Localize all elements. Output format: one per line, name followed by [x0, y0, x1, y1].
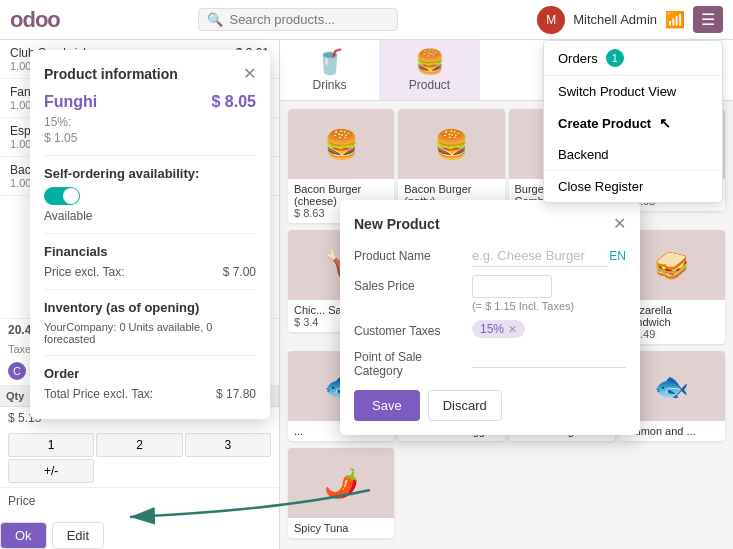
customer-taxes-row: Customer Taxes 15% ✕	[354, 320, 626, 338]
dropdown-item-orders[interactable]: Orders 1	[544, 41, 722, 75]
product-price: $ 8.05	[212, 93, 256, 111]
tab-drinks[interactable]: 🥤 Drinks	[280, 40, 380, 100]
orders-badge: 1	[606, 49, 624, 67]
modal-header: New Product ✕	[354, 214, 626, 233]
inventory-title: Inventory (as of opening)	[44, 300, 256, 315]
close-register-label: Close Register	[558, 179, 643, 194]
wifi-icon: 📶	[665, 10, 685, 29]
price-label: Price	[8, 494, 35, 508]
price-excl-label: Price excl. Tax:	[44, 265, 124, 279]
dropdown-menu: Orders 1 Switch Product View Create Prod…	[543, 40, 723, 203]
self-ordering-title: Self-ordering availability:	[44, 166, 256, 181]
tab-drinks-label: Drinks	[312, 78, 346, 92]
pos-category-label: Point of Sale Category	[354, 346, 464, 378]
panel-close-button[interactable]: ✕	[243, 64, 256, 83]
card-name: Spicy Tuna	[294, 522, 388, 534]
food-icon: 🍔	[415, 48, 445, 76]
search-input[interactable]	[229, 12, 369, 27]
order-section-title: Order	[44, 366, 256, 381]
sales-price-input[interactable]: $ 1.00	[472, 275, 552, 298]
sales-price-input-area: $ 1.00 (= $ 1.15 Incl. Taxes)	[472, 275, 626, 312]
modal-close-button[interactable]: ✕	[613, 214, 626, 233]
search-icon: 🔍	[207, 12, 223, 27]
edit-button[interactable]: Edit	[52, 522, 104, 549]
product-name-row: Product Name EN	[354, 245, 626, 267]
price-incl-tax: (= $ 1.15 Incl. Taxes)	[472, 300, 626, 312]
pos-category-input[interactable]	[472, 346, 626, 368]
order-total-row: Total Price excl. Tax: $ 17.80	[44, 387, 256, 401]
modal-title: New Product	[354, 216, 440, 232]
sales-price-row: Sales Price $ 1.00 (= $ 1.15 Incl. Taxes…	[354, 275, 626, 312]
numpad-3[interactable]: 3	[185, 433, 271, 457]
odoo-logo: odoo	[10, 7, 60, 33]
available-text: Available	[44, 209, 256, 223]
numpad-2[interactable]: 2	[96, 433, 182, 457]
product-card[interactable]: 🌶️ Spicy Tuna	[288, 448, 394, 538]
en-badge: EN	[609, 249, 626, 263]
ok-edit-buttons: Ok Edit	[0, 522, 279, 549]
search-bar[interactable]: 🔍	[198, 8, 398, 31]
new-product-modal: New Product ✕ Product Name EN Sales Pric…	[340, 200, 640, 435]
tab-food-label: Product	[409, 78, 450, 92]
divider	[44, 155, 256, 156]
pos-category-input-area[interactable]	[472, 346, 626, 368]
discard-button[interactable]: Discard	[428, 390, 502, 421]
modal-actions: Save Discard	[354, 390, 626, 421]
product-name-label: Product Name	[354, 245, 464, 263]
total-value: $ 17.80	[216, 387, 256, 401]
dropdown-item-switch-view[interactable]: Switch Product View	[544, 76, 722, 107]
ok-button[interactable]: Ok	[0, 522, 47, 549]
panel-title: Product information	[44, 66, 178, 82]
topbar-right: M Mitchell Admin 📶 ☰	[537, 6, 723, 34]
sales-price-label: Sales Price	[354, 275, 464, 293]
customer-taxes-label: Customer Taxes	[354, 320, 464, 338]
topbar: odoo 🔍 M Mitchell Admin 📶 ☰	[0, 0, 733, 40]
drinks-icon: 🥤	[315, 48, 345, 76]
numpad-area: 1 2 3 +/-	[0, 429, 279, 487]
product-name-input-area: EN	[472, 245, 626, 267]
product-card-wrap: 🌶️ Spicy Tuna	[288, 448, 394, 541]
pos-category-row: Point of Sale Category	[354, 346, 626, 378]
divider	[44, 355, 256, 356]
inventory-text: YourCompany: 0 Units available, 0 foreca…	[44, 321, 256, 345]
divider	[44, 289, 256, 290]
card-info: Spicy Tuna	[288, 518, 394, 538]
product-name-price-row: Funghi $ 8.05	[44, 93, 256, 111]
tax-value: 15%	[480, 322, 504, 336]
dropdown-item-create-product[interactable]: Create Product ↖	[544, 107, 722, 139]
numpad-4[interactable]: +/-	[8, 459, 94, 483]
customer-taxes-input-area: 15% ✕	[472, 320, 626, 338]
dropdown-item-close-register[interactable]: Close Register	[544, 171, 722, 202]
hamburger-button[interactable]: ☰	[693, 6, 723, 33]
discount-row: 15%:	[44, 115, 256, 129]
panel-header: Product information ✕	[44, 64, 256, 83]
total-label: Total Price excl. Tax:	[44, 387, 153, 401]
numpad-1[interactable]: 1	[8, 433, 94, 457]
tab-food[interactable]: 🍔 Product	[380, 40, 480, 100]
avatar: M	[537, 6, 565, 34]
product-info-panel: Product information ✕ Funghi $ 8.05 15%:…	[30, 50, 270, 419]
user-name: Mitchell Admin	[573, 12, 657, 27]
toggle-row	[44, 187, 256, 205]
backend-label: Backend	[558, 147, 609, 162]
product-thumb: 🌶️	[288, 448, 394, 518]
price-excl-value: $ 7.00	[223, 265, 256, 279]
self-ordering-toggle[interactable]	[44, 187, 80, 205]
tax-remove-button[interactable]: ✕	[508, 323, 517, 336]
product-name: Funghi	[44, 93, 97, 111]
financials-title: Financials	[44, 244, 256, 259]
orders-label: Orders	[558, 51, 598, 66]
product-thumb: 🍔	[288, 109, 394, 179]
dropdown-item-backend[interactable]: Backend	[544, 139, 722, 170]
save-button[interactable]: Save	[354, 390, 420, 421]
cursor-icon: ↖	[659, 115, 671, 131]
price-label-row: Price	[0, 487, 279, 514]
customer-icon: C	[8, 362, 26, 380]
switch-view-label: Switch Product View	[558, 84, 676, 99]
price-excl-row: Price excl. Tax: $ 7.00	[44, 265, 256, 279]
tax-badge: 15% ✕	[472, 320, 525, 338]
product-name-input[interactable]	[472, 245, 609, 267]
divider	[44, 233, 256, 234]
toggle-knob	[63, 188, 79, 204]
product-thumb: 🍔	[398, 109, 504, 179]
